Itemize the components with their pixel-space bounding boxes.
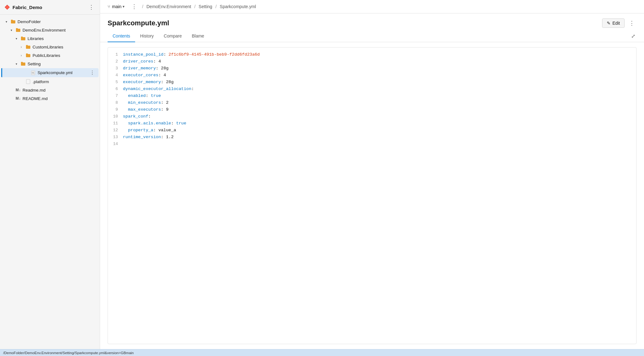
key-token: runtime_version [123, 135, 161, 139]
sparkcompute-more-button[interactable]: ⋮ [89, 69, 96, 76]
sidebar-header: Fabric_Demo ⋮ [0, 0, 100, 15]
file-more-button[interactable]: ⋮ [627, 18, 636, 28]
line-number: 14 [108, 141, 123, 148]
status-bar: /DemoFolder/DemoEnv.Environment/Setting/… [0, 349, 644, 356]
breadcrumb-demoenv[interactable]: DemoEnv.Environment [146, 4, 191, 9]
edit-button[interactable]: ✎ Edit [602, 18, 625, 28]
svg-marker-1 [5, 5, 9, 9]
tab-contents[interactable]: Contents [108, 30, 135, 42]
sidebar-item-sparkcompute[interactable]: YML Sparkcompute.yml ⋮ [1, 68, 99, 77]
line-content: property_a: value_a [123, 127, 636, 134]
sidebar-item-demoenv[interactable]: ▾ DemoEnv.Environment [1, 26, 99, 34]
line-content: instance_pool_id: 2f1c6bf9-4145-491b-beb… [123, 51, 636, 58]
line-content: min_executors: 2 [123, 99, 636, 106]
line-number: 6 [108, 86, 123, 93]
sidebar-title: Fabric_Demo [13, 5, 42, 10]
line-content: enabled: true [123, 93, 636, 99]
value-token: 9 [166, 107, 169, 112]
placeholder-icon [24, 70, 29, 75]
line-content: executor_cores: 4 [123, 72, 636, 79]
value-token: 2f1c6bf9-4145-491b-beb9-f2dd6fd23a6d [169, 52, 260, 57]
sidebar-more-button[interactable]: ⋮ [87, 3, 95, 11]
line-content: spark.acls.enable: true [123, 120, 636, 127]
md-file-icon: M↓ [15, 87, 21, 93]
value-token: 28g [161, 66, 169, 71]
code-line-2: 2 driver_cores: 4 [108, 58, 636, 65]
chevron-down-icon: ▾ [123, 4, 124, 9]
line-number: 8 [108, 99, 123, 106]
key-token: executor_memory [123, 80, 161, 84]
tab-history[interactable]: History [135, 30, 159, 42]
breadcrumb-separator: / [194, 4, 195, 9]
key-token: driver_memory [123, 66, 156, 71]
sidebar-item-publiclibraries[interactable]: › PublicLibraries [1, 51, 99, 59]
branch-icon: ⑂ [108, 4, 110, 9]
sidebar-item-README-md[interactable]: M↓ README.md [1, 94, 99, 103]
code-line-9: 9 max_executors: 9 [108, 106, 636, 113]
key-token: max_executors [128, 107, 161, 112]
placeholder-icon [9, 96, 14, 101]
sidebar-tree: ▾ DemoFolder ▾ DemoEnv.Environment ▾ [0, 15, 100, 349]
sidebar-item-label: PublicLibraries [33, 53, 96, 58]
line-content: driver_cores: 4 [123, 58, 636, 65]
main-content: ⑂ main ▾ ⋮ / DemoEnv.Environment / Setti… [100, 0, 644, 349]
chevron-down-icon: ▾ [9, 28, 14, 33]
md-file-icon: M↓ [15, 96, 21, 101]
value-token: true [151, 93, 161, 98]
breadcrumb-sparkcompute[interactable]: Sparkcompute.yml [220, 4, 256, 9]
fabric-logo-icon [4, 4, 10, 10]
line-number: 12 [108, 127, 123, 134]
key-token: driver_cores [123, 59, 153, 64]
folder-icon [25, 44, 31, 50]
expand-icon[interactable]: ⤢ [630, 32, 636, 40]
line-number: 1 [108, 51, 123, 58]
folder-icon [20, 61, 26, 67]
sidebar-item-label: DemoFolder [18, 19, 96, 24]
sidebar-item-platform[interactable]: .platform [1, 78, 99, 86]
sidebar-item-setting[interactable]: ▾ Setting [1, 60, 99, 68]
value-token: 1.2 [166, 135, 174, 139]
code-line-5: 5 executor_memory: 28g [108, 79, 636, 86]
folder-icon [20, 36, 26, 41]
code-line-10: 10 spark_conf: [108, 113, 636, 120]
sidebar-item-label: .platform [33, 79, 96, 84]
code-line-13: 13 runtime_version: 1.2 [108, 134, 636, 141]
tab-compare[interactable]: Compare [159, 30, 187, 42]
code-line-12: 12 property_a: value_a [108, 127, 636, 134]
sidebar-item-demofolder[interactable]: ▾ DemoFolder [1, 18, 99, 26]
file-icon [25, 79, 31, 84]
line-number: 7 [108, 93, 123, 99]
code-line-6: 6 dynamic_executor_allocation: [108, 86, 636, 93]
sidebar-item-label: DemoEnv.Environment [23, 28, 96, 33]
line-content: spark_conf: [123, 113, 636, 120]
tabs-bar: Contents History Compare Blame ⤢ [100, 30, 644, 42]
value-token: value_a [158, 128, 176, 133]
code-line-8: 8 min_executors: 2 [108, 99, 636, 106]
line-number: 9 [108, 106, 123, 113]
breadcrumb-separator: / [216, 4, 217, 9]
file-header: Sparkcompute.yml ✎ Edit ⋮ [100, 13, 644, 28]
sidebar-item-customlibraries[interactable]: › CustomLibraries [1, 43, 99, 51]
code-line-14: 14 [108, 141, 636, 148]
value-token: 28g [166, 80, 174, 84]
sidebar-item-label: Setting [28, 62, 96, 66]
sidebar-item-label: Libraries [28, 36, 96, 41]
tab-blame[interactable]: Blame [187, 30, 209, 42]
branch-selector[interactable]: ⑂ main ▾ [105, 3, 127, 10]
chevron-right-icon: › [19, 44, 24, 49]
topbar-more-button[interactable]: ⋮ [129, 3, 139, 11]
key-token: dynamic_executor_allocation [123, 87, 191, 91]
placeholder-icon [19, 79, 24, 84]
line-content: dynamic_executor_allocation: [123, 86, 636, 93]
code-line-4: 4 executor_cores: 4 [108, 72, 636, 79]
line-content: driver_memory: 28g [123, 65, 636, 72]
key-token: executor_cores [123, 73, 158, 78]
value-token: 4 [158, 59, 161, 64]
sidebar-item-readme-md[interactable]: M↓ Readme.md [1, 86, 99, 94]
sidebar-item-libraries[interactable]: ▾ Libraries [1, 34, 99, 43]
line-content: runtime_version: 1.2 [123, 134, 636, 141]
breadcrumb-setting[interactable]: Setting [199, 4, 212, 9]
sidebar-item-label: README.md [23, 96, 96, 101]
code-line-11: 11 spark.acls.enable: true [108, 120, 636, 127]
line-number: 11 [108, 120, 123, 127]
